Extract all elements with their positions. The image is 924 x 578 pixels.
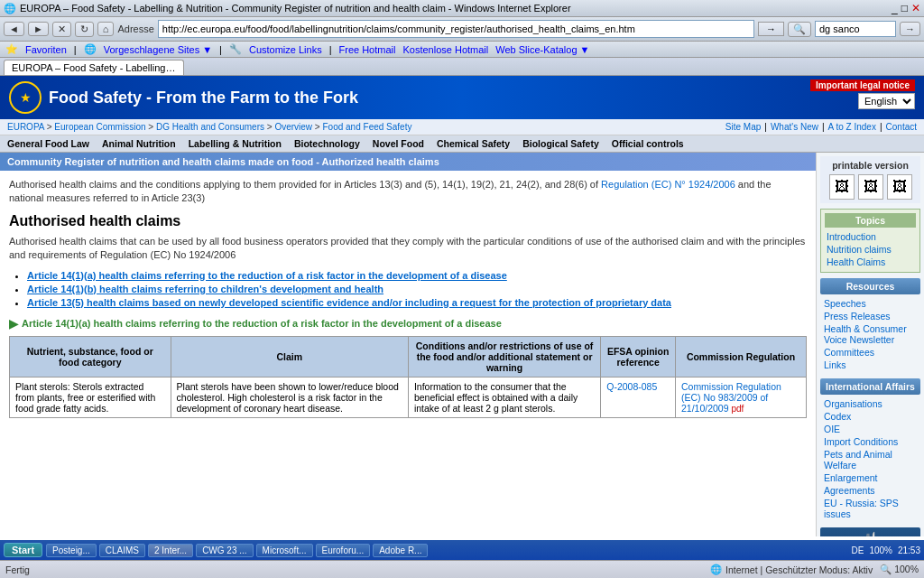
- article-section-title-link[interactable]: Article 14(1)(a) health claims referring…: [22, 318, 502, 329]
- article-13-5-link[interactable]: Article 13(5) health claims based on new…: [27, 297, 671, 308]
- content-wrapper: Community Register of nutrition and heal…: [0, 153, 924, 536]
- breadcrumb-food[interactable]: Food and Feed Safety: [322, 122, 411, 132]
- newsletter-link[interactable]: Health & Consumer Voice Newsletter: [820, 322, 920, 346]
- cell-nutrient: Plant sterols: Sterols extracted from pl…: [10, 377, 171, 417]
- language-selector[interactable]: English: [858, 93, 915, 109]
- home-button[interactable]: ⌂: [97, 22, 115, 36]
- favorites-link[interactable]: Favoriten: [25, 44, 67, 55]
- topics-nutrition-link[interactable]: Nutrition claims: [825, 243, 916, 256]
- active-tab[interactable]: EUROPA – Food Safety - Labelling & Nutri…: [4, 60, 184, 75]
- article-14-1b-link[interactable]: Article 14(1)(b) health claims referring…: [27, 284, 383, 294]
- breadcrumb-europa[interactable]: EUROPA: [7, 122, 44, 132]
- fork-icon: 🍴: [824, 531, 917, 536]
- minimize-btn[interactable]: _: [892, 2, 898, 14]
- col-efsa: EFSA opinion reference: [601, 336, 676, 377]
- refresh-button[interactable]: ↻: [75, 22, 94, 37]
- agreements-link[interactable]: Agreements: [820, 484, 920, 497]
- eu-stars-icon: ★: [9, 81, 42, 114]
- kostenlos-link[interactable]: Kostenlose Hotmail: [402, 44, 488, 55]
- nav-chemical[interactable]: Chemical Safety: [437, 138, 510, 149]
- cell-efsa: Q-2008-085: [601, 377, 676, 417]
- table-body: Plant sterols: Sterols extracted from pl…: [10, 377, 807, 417]
- doc-icon[interactable]: 🖼: [858, 174, 883, 200]
- article-section-title: ▶ Article 14(1)(a) health claims referri…: [9, 317, 807, 331]
- col-claim: Claim: [171, 336, 408, 377]
- import-conditions-link[interactable]: Import Conditions: [820, 435, 920, 448]
- nav-general-food-law[interactable]: General Food Law: [7, 138, 89, 149]
- back-button[interactable]: ◄: [4, 22, 24, 36]
- customize-links[interactable]: Customize Links: [249, 44, 322, 55]
- enlargement-link[interactable]: Enlargement: [820, 471, 920, 484]
- eu-titles: Food Safety - From the Farm to the Fork: [49, 89, 358, 107]
- sep1: |: [74, 44, 77, 55]
- international-section: International Affairs Organisations Code…: [820, 378, 920, 520]
- eu-russia-link[interactable]: EU - Russia: SPS issues: [820, 497, 920, 520]
- links-link[interactable]: Links: [820, 359, 920, 371]
- browser-title-bar: 🌐 EUROPA – Food Safety - Labelling & Nut…: [0, 0, 924, 17]
- topics-intro-link[interactable]: Introduction: [825, 230, 916, 243]
- col-nutrient: Nutrient, substance, food or food catego…: [10, 336, 171, 377]
- breadcrumb-dg[interactable]: DG Health and Consumers: [156, 122, 264, 132]
- site-links: Site Map | What's New | A to Z Index | C…: [725, 122, 917, 132]
- search-button[interactable]: 🔍: [788, 22, 811, 37]
- breadcrumb-commission[interactable]: European Commission: [54, 122, 145, 132]
- close-btn[interactable]: ✕: [911, 2, 920, 14]
- cell-conditions: Information to the consumer that the ben…: [408, 377, 600, 417]
- webslice-link[interactable]: Web Slice-Katalog ▼: [495, 44, 589, 55]
- nav-animal-nutrition[interactable]: Animal Nutrition: [102, 138, 176, 149]
- address-input[interactable]: [158, 20, 754, 38]
- nav-biological[interactable]: Biological Safety: [522, 138, 599, 149]
- topics-title: Topics: [825, 213, 916, 228]
- codex-link[interactable]: Codex: [820, 410, 920, 423]
- customize-icon: 🔧: [229, 43, 242, 55]
- pets-link[interactable]: Pets and Animal Welfare: [820, 448, 920, 471]
- oie-link[interactable]: OIE: [820, 423, 920, 435]
- regulation-link[interactable]: Regulation (EC) N° 1924/2006: [601, 179, 735, 190]
- pdf-icon: pdf: [731, 404, 744, 414]
- main-nav: General Food Law Animal Nutrition Labell…: [0, 135, 924, 153]
- go-button[interactable]: →: [758, 22, 784, 36]
- article-14-1a-link[interactable]: Article 14(1)(a) health claims referring…: [27, 270, 507, 281]
- sitemap-link[interactable]: Site Map: [725, 122, 761, 132]
- table-row: Plant sterols: Sterols extracted from pl…: [10, 377, 807, 417]
- article-list: Article 14(1)(a) health claims referring…: [9, 270, 807, 308]
- search-box[interactable]: [815, 21, 896, 37]
- press-releases-link[interactable]: Press Releases: [820, 310, 920, 322]
- page-wrapper: ★ Food Safety - From the Farm to the For…: [0, 76, 924, 536]
- committees-link[interactable]: Committees: [820, 346, 920, 359]
- a-z-link[interactable]: A to Z Index: [828, 122, 876, 132]
- browser-nav-bar: ◄ ► ✕ ↻ ⌂ Adresse → 🔍 →: [0, 17, 924, 42]
- resources-title: Resources: [820, 278, 920, 294]
- topics-health-link[interactable]: Health Claims: [825, 256, 916, 268]
- topics-box: Topics Introduction Nutrition claims Hea…: [820, 209, 920, 273]
- maximize-btn[interactable]: □: [901, 2, 908, 14]
- forward-button[interactable]: ►: [28, 22, 49, 36]
- whats-new-link[interactable]: What's New: [771, 122, 818, 132]
- pdf-print-icon[interactable]: 🖼: [887, 174, 912, 200]
- resources-section: Resources Speeches Press Releases Health…: [820, 278, 920, 371]
- nav-labelling[interactable]: Labelling & Nutrition: [189, 138, 282, 149]
- nav-official[interactable]: Official controls: [612, 138, 684, 149]
- printable-title: printable version: [824, 160, 917, 171]
- speeches-link[interactable]: Speeches: [820, 297, 920, 310]
- nav-biotechnology[interactable]: Biotechnology: [294, 138, 360, 149]
- stop-button[interactable]: ✕: [52, 22, 71, 37]
- favorites-bar: ⭐ Favoriten | 🌐 Vorgeschlagene Sites ▼ |…: [0, 42, 924, 58]
- suggested-icon: 🌐: [84, 43, 97, 55]
- efsa-ref-link[interactable]: Q-2008-085: [606, 381, 657, 392]
- suggested-sites-link[interactable]: Vorgeschlagene Sites ▼: [104, 44, 212, 55]
- nav-novel-food[interactable]: Novel Food: [373, 138, 424, 149]
- eu-main-title: Food Safety - From the Farm to the Fork: [49, 89, 358, 107]
- free-hotmail-link[interactable]: Free Hotmail: [339, 44, 396, 55]
- right-sidebar: printable version 🖼 🖼 🖼 Topics Introduct…: [816, 153, 924, 536]
- search-go-button[interactable]: →: [900, 22, 920, 36]
- cell-regulation: Commission Regulation (EC) No 983/2009 o…: [675, 377, 806, 417]
- desc-text: Authorised health claims that can be use…: [9, 235, 807, 263]
- intro-text: Authorised health claims and the conditi…: [9, 178, 807, 206]
- print-icon[interactable]: 🖼: [829, 174, 855, 200]
- breadcrumb-overview[interactable]: Overview: [274, 122, 312, 132]
- contact-link[interactable]: Contact: [886, 122, 917, 132]
- organisations-link[interactable]: Organisations: [820, 397, 920, 410]
- tab-bar: EUROPA – Food Safety - Labelling & Nutri…: [0, 58, 924, 76]
- section-heading: Authorised health claims: [9, 213, 807, 229]
